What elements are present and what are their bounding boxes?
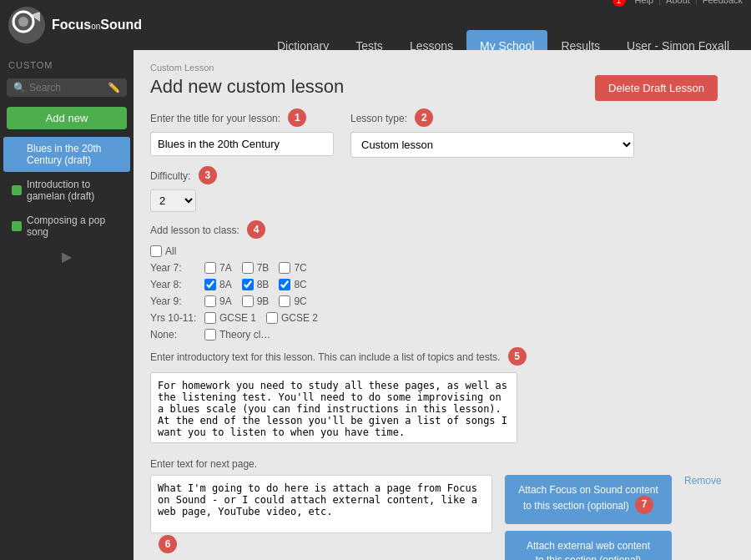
class-7a[interactable]: 7A xyxy=(204,262,232,274)
remove-link[interactable]: Remove xyxy=(684,475,722,487)
intro-section: Enter introductory text for this lesson.… xyxy=(150,349,734,446)
year8-row: Year 8: 8A 8B 8C xyxy=(150,279,734,290)
svg-point-2 xyxy=(18,17,28,27)
checkbox-9a[interactable] xyxy=(204,295,216,307)
class-gcse1[interactable]: GCSE 1 xyxy=(204,312,256,324)
next-page-section: Enter text for next page. What I'm going… xyxy=(150,458,734,560)
edit-icon: ✏️ xyxy=(108,82,120,93)
year9-label: Year 9: xyxy=(150,295,204,307)
difficulty-select[interactable]: 1 2 3 4 5 xyxy=(150,189,196,212)
next-page-row: What I'm going to do here is attach a pa… xyxy=(150,475,734,560)
next-page-text-area: What I'm going to do here is attach a pa… xyxy=(150,475,492,555)
logo-area: FocusonSound xyxy=(0,7,142,43)
lesson-icon-popsong xyxy=(12,221,22,231)
content-inner: Custom Lesson Add new custom lesson Dele… xyxy=(134,50,751,560)
step-badge-5: 5 xyxy=(508,347,527,366)
all-checkbox[interactable] xyxy=(150,245,162,257)
step-badge-3: 3 xyxy=(199,166,217,184)
next-page-label: Enter text for next page. xyxy=(150,458,734,470)
none-label: None: xyxy=(150,329,204,341)
difficulty-group: Difficulty: 3 1 2 3 4 5 xyxy=(150,168,734,212)
sidebar-scroll-arrow: ▶ xyxy=(0,245,134,269)
class-gcse2[interactable]: GCSE 2 xyxy=(266,312,318,324)
class-8c[interactable]: 8C xyxy=(279,279,306,290)
logo-icon xyxy=(8,7,45,43)
class-9a[interactable]: 9A xyxy=(204,295,232,307)
next-page-textarea[interactable]: What I'm going to do here is attach a pa… xyxy=(150,475,492,533)
class-8b[interactable]: 8B xyxy=(242,279,270,290)
all-class-label[interactable]: All xyxy=(150,245,176,257)
checkbox-7b[interactable] xyxy=(242,262,254,274)
delete-draft-button[interactable]: Delete Draft Lesson xyxy=(595,75,718,101)
lesson-type-group: Lesson type: 2 Custom lessonStandard les… xyxy=(350,110,634,158)
sidebar-item-gamelan[interactable]: Introduction to gamelan (draft) xyxy=(3,173,130,208)
checkbox-7a[interactable] xyxy=(204,262,216,274)
year7-label: Year 7: xyxy=(150,262,204,274)
step-badge-2: 2 xyxy=(415,108,433,127)
logo-text: FocusonSound xyxy=(52,18,142,33)
checkbox-theory[interactable] xyxy=(204,329,216,341)
year10-11-row: Yrs 10-11: GCSE 1 GCSE 2 xyxy=(150,312,734,324)
class-9c[interactable]: 9C xyxy=(279,295,306,307)
main-layout: CUSTOM 🔍 ✏️ Add new Blues in the 20th Ce… xyxy=(0,50,751,560)
lesson-title-input[interactable] xyxy=(150,132,334,156)
checkbox-8c[interactable] xyxy=(279,279,290,290)
content-area: Custom Lesson Add new custom lesson Dele… xyxy=(134,50,751,560)
attach-focus-button[interactable]: Attach Focus on Sound contentto this sec… xyxy=(505,475,672,524)
class-theory[interactable]: Theory cl… xyxy=(204,329,270,341)
top-bar: FocusonSound 1 Help | About | Feedback D… xyxy=(0,0,751,50)
step-badge-6-inline: 6 xyxy=(154,537,492,555)
checkbox-gcse2[interactable] xyxy=(266,312,278,324)
search-icon: 🔍 xyxy=(13,82,26,93)
remove-area: Remove xyxy=(684,475,734,487)
step-badge-1: 1 xyxy=(288,108,306,127)
sidebar-section-label: CUSTOM xyxy=(0,50,134,75)
checkbox-gcse1[interactable] xyxy=(204,312,216,324)
feedback-link[interactable]: Feedback xyxy=(703,0,743,5)
attach-external-button[interactable]: Attach external web contentto this secti… xyxy=(505,531,672,560)
alert-badge: 1 xyxy=(612,0,626,7)
none-row: None: Theory cl… xyxy=(150,329,734,341)
attach-buttons-group: Attach Focus on Sound contentto this sec… xyxy=(505,475,672,560)
title-group: Enter the title for your lesson: 1 xyxy=(150,110,334,158)
about-link[interactable]: About xyxy=(666,0,690,5)
all-checkbox-row: All xyxy=(150,245,734,257)
lesson-icon-blues xyxy=(12,149,22,159)
year7-row: Year 7: 7A 7B 7C xyxy=(150,262,734,274)
step-badge-4: 4 xyxy=(247,220,265,239)
add-to-class-label: Add lesson to class: 4 xyxy=(150,222,734,240)
title-type-row: Enter the title for your lesson: 1 Lesso… xyxy=(150,110,734,158)
sidebar-item-label-gamelan: Introduction to gamelan (draft) xyxy=(27,179,122,202)
sidebar: CUSTOM 🔍 ✏️ Add new Blues in the 20th Ce… xyxy=(0,50,134,560)
help-link[interactable]: Help xyxy=(635,0,654,5)
class-7b[interactable]: 7B xyxy=(242,262,270,274)
class-7c[interactable]: 7C xyxy=(279,262,306,274)
class-9b[interactable]: 9B xyxy=(242,295,270,307)
sidebar-item-label-blues: Blues in the 20th Century (draft) xyxy=(27,143,122,166)
lesson-type-select[interactable]: Custom lessonStandard lesson xyxy=(350,132,634,158)
class-8a[interactable]: 8A xyxy=(204,279,232,290)
add-new-button[interactable]: Add new xyxy=(7,107,127,129)
sidebar-item-popsong[interactable]: Composing a pop song xyxy=(3,209,130,244)
intro-textarea[interactable]: For homework you need to study all these… xyxy=(150,372,517,443)
difficulty-label: Difficulty: 3 xyxy=(150,168,734,186)
checkbox-9b[interactable] xyxy=(242,295,254,307)
year8-label: Year 8: xyxy=(150,279,204,290)
intro-label: Enter introductory text for this lesson.… xyxy=(150,349,734,367)
title-label: Enter the title for your lesson: 1 xyxy=(150,110,334,129)
checkbox-8b[interactable] xyxy=(242,279,254,290)
checkbox-7c[interactable] xyxy=(279,262,290,274)
step-badge-7: 7 xyxy=(635,496,653,514)
year9-row: Year 9: 9A 9B 9C xyxy=(150,295,734,307)
sidebar-search-bar[interactable]: 🔍 ✏️ xyxy=(7,78,127,97)
breadcrumb: Custom Lesson xyxy=(150,63,734,73)
class-assignment-section: Add lesson to class: 4 All Year 7: 7A 7B… xyxy=(150,222,734,341)
search-input[interactable] xyxy=(29,82,104,93)
checkbox-9c[interactable] xyxy=(279,295,290,307)
sidebar-item-blues[interactable]: Blues in the 20th Century (draft) xyxy=(3,137,130,172)
checkbox-8a[interactable] xyxy=(204,279,216,290)
lesson-type-label: Lesson type: 2 xyxy=(350,110,634,129)
year10-11-label: Yrs 10-11: xyxy=(150,312,204,324)
sidebar-item-label-popsong: Composing a pop song xyxy=(27,214,122,238)
step-badge-6: 6 xyxy=(159,535,177,553)
